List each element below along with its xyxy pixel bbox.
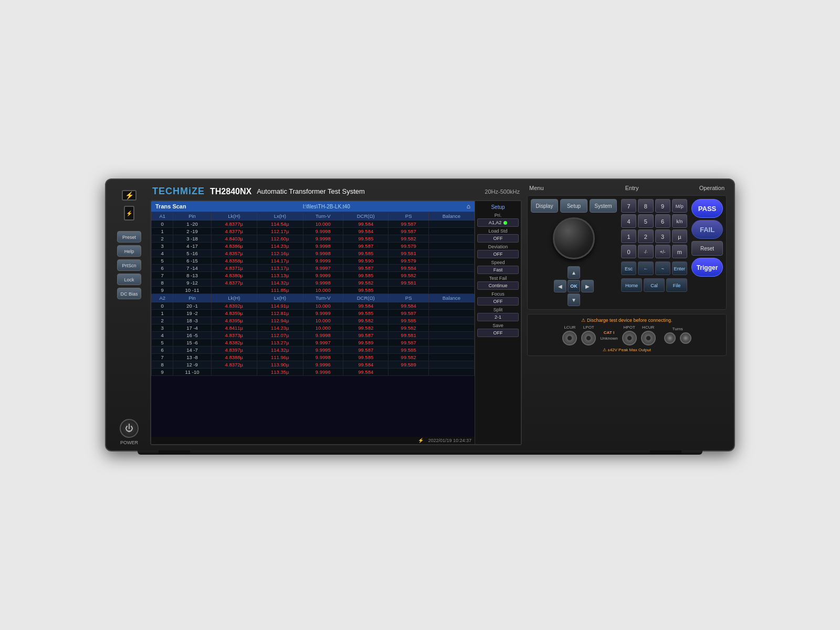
- table-row: 812 -94.8372µ113.90µ9.999699.58499.589: [152, 361, 475, 369]
- section-labels: Menu Entry Operation: [527, 185, 727, 191]
- num-0[interactable]: 0: [621, 245, 636, 258]
- num-5[interactable]: 5: [638, 214, 653, 228]
- table-row: 218 -34.8395µ112.94µ10.00099.58299.585: [152, 317, 475, 324]
- esc-button[interactable]: Esc: [621, 261, 636, 275]
- num-3[interactable]: 3: [655, 229, 670, 243]
- num-mp[interactable]: M/p: [672, 199, 687, 213]
- tilde-button[interactable]: ~: [655, 261, 670, 275]
- back-button[interactable]: ←: [638, 261, 653, 275]
- home-button[interactable]: Home: [621, 278, 642, 292]
- cal-button[interactable]: Cal: [644, 278, 665, 292]
- menu-label: Menu: [529, 185, 544, 191]
- connections-panel: ⚠ Discharge test device before connectin…: [527, 314, 727, 356]
- turns-connector-2[interactable]: [680, 332, 691, 344]
- setup-test-fail: Test Fail Continue: [477, 276, 519, 290]
- lock-button[interactable]: Lock: [117, 274, 141, 285]
- setup-deviation: Deviation OFF: [477, 244, 519, 258]
- screen: Trans Scan I:\files\TH-2B-LK.t40 ⌂ A1 Pi…: [150, 200, 522, 445]
- table-area: Trans Scan I:\files\TH-2B-LK.t40 ⌂ A1 Pi…: [151, 201, 475, 444]
- hpot-connector[interactable]: [622, 331, 637, 345]
- table-row: 317 -44.8411µ114.23µ10.00099.58299.582: [152, 324, 475, 332]
- nav-right[interactable]: ▶: [581, 280, 594, 292]
- enter-button[interactable]: Enter: [672, 261, 687, 275]
- setup-speed: Speed Fast: [477, 260, 519, 274]
- func-keys: Esc ← ~ Enter: [621, 261, 687, 275]
- num-m[interactable]: m: [672, 245, 687, 258]
- lcur-label: LCUR: [564, 325, 575, 330]
- num-kn[interactable]: k/n: [672, 214, 687, 228]
- num-2[interactable]: 2: [638, 229, 653, 243]
- operation-section: PASS FAIL Reset Trigger: [691, 199, 723, 306]
- table-header-b: A2 Pin Lk(H) Lx(H) Turn-V DCR(Ω) PS Bala…: [152, 294, 475, 302]
- prtscn-button[interactable]: PrtScn: [117, 259, 141, 271]
- operation-label: Operation: [699, 185, 724, 191]
- volt-warning: ⚠ ±42V Peak Max Output: [533, 348, 721, 352]
- setup-panel: Setup Pri. A1,A2 Load Std OFF Deviation …: [475, 201, 521, 444]
- display-button[interactable]: Display: [531, 199, 558, 213]
- dcbias-button[interactable]: DC Bias: [117, 288, 141, 299]
- table-row: 515 -64.8382µ113.27µ9.999799.58999.587: [152, 339, 475, 346]
- fail-button[interactable]: FAIL: [691, 220, 723, 239]
- turns-connector-1[interactable]: [664, 332, 676, 344]
- lpot-group: LPOT: [581, 325, 596, 345]
- nav-down[interactable]: ▼: [568, 293, 580, 306]
- nav-up[interactable]: ▲: [568, 266, 580, 279]
- table-row: 89 -124.8377µ114.32µ9.999899.58299.581: [152, 279, 475, 287]
- setup-save: Save OFF: [477, 323, 519, 337]
- help-button[interactable]: Help: [117, 245, 141, 257]
- table-row: 56 -154.8358µ114.17µ9.999999.59099.579: [152, 257, 475, 265]
- table-row: 78 -134.8380µ113.13µ9.999999.58599.582: [152, 272, 475, 279]
- connection-warning: ⚠ Discharge test device before connectin…: [533, 318, 721, 323]
- jog-area: ▲ ◀ OK ▶ ▼: [531, 215, 617, 306]
- device-description: Automatic Transformer Test System: [257, 187, 479, 195]
- trigger-button[interactable]: Trigger: [691, 258, 723, 277]
- reset-button[interactable]: Reset: [691, 241, 723, 256]
- turns-connectors: [664, 332, 691, 344]
- ok-button[interactable]: OK: [568, 280, 580, 292]
- lcur-connector[interactable]: [562, 331, 577, 345]
- num-dot[interactable]: ·/·: [638, 245, 653, 258]
- connectors-row: LCUR LPOT CAT I Unknown HPOT HCUR: [533, 325, 721, 345]
- data-table-wrapper: A1 Pin Lk(H) Lx(H) Turn-V DCR(Ω) PS Bala…: [151, 212, 475, 437]
- system-button[interactable]: System: [590, 199, 617, 213]
- num-8[interactable]: 8: [638, 199, 653, 213]
- num-1[interactable]: 1: [621, 229, 636, 243]
- right-panel: Menu Entry Operation Display Setup Syste…: [527, 185, 727, 445]
- num-6[interactable]: 6: [655, 214, 670, 228]
- model-name: TH2840NX: [210, 187, 251, 196]
- device-chassis: ⚡ ⚡ Preset Help PrtScn Lock DC Bias ⏻ PO…: [105, 178, 735, 452]
- table-row: 020 -14.8392µ114.91µ10.00099.58499.584: [152, 302, 475, 310]
- num-plusminus[interactable]: +/-: [655, 245, 670, 258]
- num-mu[interactable]: µ: [672, 229, 687, 243]
- freq-range: 20Hz-500kHz: [485, 188, 520, 195]
- control-top: Display Setup System ▲ ◀ OK ▶: [527, 195, 727, 310]
- num-7[interactable]: 7: [621, 199, 636, 213]
- file-button[interactable]: File: [666, 278, 687, 292]
- brand-part1: TECH: [152, 186, 180, 196]
- data-table: A1 Pin Lk(H) Lx(H) Turn-V DCR(Ω) PS Bala…: [151, 212, 475, 376]
- pri-indicator: [503, 221, 507, 225]
- num-4[interactable]: 4: [621, 214, 636, 228]
- setup-split: Split 2-1: [477, 307, 519, 321]
- preset-button[interactable]: Preset: [117, 231, 141, 243]
- setup-pri: Pri. A1,A2: [477, 213, 519, 227]
- usb-port-2[interactable]: ⚡: [124, 206, 134, 220]
- usb-port-1[interactable]: ⚡: [122, 190, 136, 201]
- device-header: TECHMiZE TH2840NX Automatic Transformer …: [150, 185, 522, 198]
- home-icon[interactable]: ⌂: [467, 203, 470, 210]
- entry-label: Entry: [625, 185, 639, 191]
- nav-left[interactable]: ◀: [554, 280, 566, 292]
- hpot-label: HPOT: [624, 325, 635, 330]
- hpot-group: HPOT: [622, 325, 637, 345]
- setup-focus: Focus OFF: [477, 291, 519, 306]
- setup-button[interactable]: Setup: [560, 199, 587, 213]
- lpot-connector[interactable]: [581, 331, 596, 345]
- num-9[interactable]: 9: [655, 199, 670, 213]
- power-button[interactable]: ⏻: [120, 419, 139, 438]
- usb-icon: ⚡: [418, 438, 424, 443]
- pass-button[interactable]: PASS: [691, 199, 723, 218]
- jog-container: [550, 215, 597, 262]
- hcur-connector[interactable]: [641, 331, 656, 345]
- entry-section: 7 8 9 M/p 4 5 6 k/n 1 2 3 µ 0 ·/· +/- m: [621, 199, 687, 306]
- jog-dial[interactable]: [553, 217, 595, 259]
